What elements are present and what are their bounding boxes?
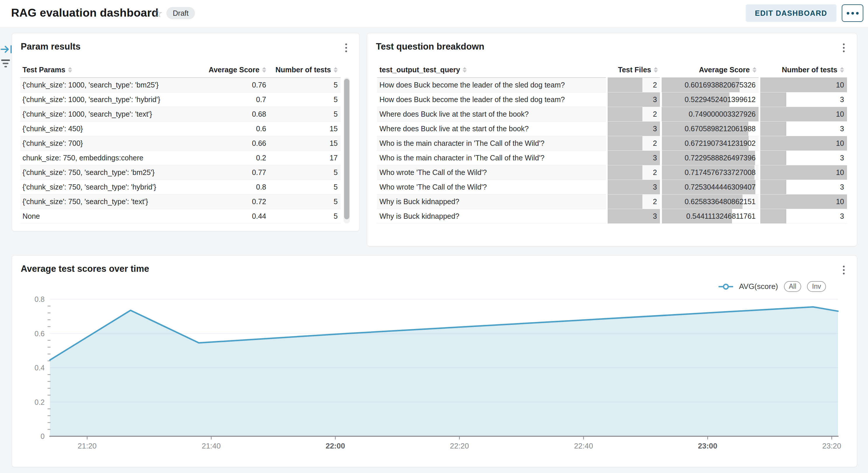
- table-cell: 0.72: [203, 194, 269, 209]
- table-cell: Where does Buck live at the start of the…: [377, 121, 607, 136]
- param-results-table: Test Params Average Score Number of test…: [20, 62, 341, 224]
- table-cell: 10: [760, 136, 847, 150]
- table-row[interactable]: Who is the main character in 'The Call o…: [377, 136, 847, 150]
- table-row[interactable]: {'chunk_size': 450}0.615: [20, 121, 341, 136]
- sort-icon: [654, 67, 658, 73]
- table-cell: 3: [607, 180, 661, 194]
- topbar-actions: EDIT DASHBOARD: [746, 4, 863, 22]
- table-cell: 10: [760, 194, 847, 209]
- table-row[interactable]: Why is Buck kidnapped?30.544111324681176…: [377, 209, 847, 224]
- more-options-button[interactable]: [842, 4, 863, 22]
- table-cell: {'chunk_size': 750, 'search_type': 'hybr…: [20, 180, 203, 194]
- column-header-number-of-tests[interactable]: Number of tests: [760, 62, 847, 77]
- star-icon[interactable]: ☆: [153, 7, 162, 20]
- table-row[interactable]: {'chunk_size': 1000, 'search_type': 'hyb…: [20, 92, 341, 107]
- table-cell: 10: [760, 107, 847, 121]
- edit-dashboard-button[interactable]: EDIT DASHBOARD: [746, 4, 836, 22]
- kebab-menu-icon[interactable]: [839, 41, 849, 54]
- table-row[interactable]: How does Buck become the leader of the s…: [377, 77, 847, 92]
- table-row[interactable]: Why is Buck kidnapped?20.625833648086215…: [377, 194, 847, 209]
- table-cell: 0.749000003327926: [661, 107, 760, 121]
- column-header-test-files[interactable]: Test Files: [607, 62, 661, 77]
- table-cell: 0.7174576733727008: [661, 165, 760, 180]
- table-cell: 10: [760, 77, 847, 92]
- table-cell: 0.6016938820675326: [661, 77, 760, 92]
- svg-text:22:20: 22:20: [450, 441, 469, 450]
- table-cell: 2: [607, 194, 661, 209]
- table-row[interactable]: {'chunk_size': 1000, 'search_type': 'tex…: [20, 107, 341, 121]
- table-scrollbar[interactable]: [343, 77, 350, 224]
- table-cell: 0.6: [203, 121, 269, 136]
- table-row[interactable]: Who wrote 'The Call of the Wild'?30.7253…: [377, 180, 847, 194]
- table-cell: Where does Buck live at the start of the…: [377, 107, 607, 121]
- table-cell: 15: [269, 136, 341, 150]
- svg-text:23:00: 23:00: [698, 441, 717, 450]
- table-cell: 5: [269, 165, 341, 180]
- svg-text:0: 0: [40, 432, 45, 440]
- question-breakdown-table: test_output_test_query Test Files Averag…: [377, 62, 847, 224]
- table-cell: 3: [760, 180, 847, 194]
- table-cell: 5: [269, 92, 341, 107]
- svg-text:0.6: 0.6: [34, 330, 45, 338]
- table-cell: {'chunk_size': 450}: [20, 121, 203, 136]
- line-chart[interactable]: 00.20.40.60.821:2021:4022:0022:2022:4023…: [12, 256, 858, 468]
- svg-text:0.4: 0.4: [34, 364, 45, 372]
- column-header-test-params[interactable]: Test Params: [20, 62, 203, 77]
- table-cell: {'chunk_size': 750, 'search_type': 'text…: [20, 194, 203, 209]
- column-header-number-of-tests[interactable]: Number of tests: [269, 62, 341, 77]
- table-row[interactable]: {'chunk_size': 1000, 'search_type': 'bm2…: [20, 77, 341, 92]
- chart-card: Average test scores over time AVG(score)…: [12, 255, 857, 467]
- collapse-panel-icon[interactable]: [1, 45, 13, 55]
- card-title: Param results: [21, 41, 81, 52]
- table-row[interactable]: {'chunk_size': 750, 'search_type': 'bm25…: [20, 165, 341, 180]
- table-header-row: Test Params Average Score Number of test…: [20, 62, 341, 77]
- table-cell: 3: [607, 121, 661, 136]
- card-title: Test question breakdown: [376, 41, 484, 52]
- table-cell: 0.68: [203, 107, 269, 121]
- column-header-test-query[interactable]: test_output_test_query: [377, 62, 607, 77]
- top-bar: RAG evaluation dashboard ☆ Draft EDIT DA…: [0, 0, 868, 27]
- kebab-menu-icon[interactable]: [341, 41, 351, 54]
- table-cell: How does Buck become the leader of the s…: [377, 92, 607, 107]
- table-cell: {'chunk_size': 700}: [20, 136, 203, 150]
- column-header-average-score[interactable]: Average Score: [661, 62, 760, 77]
- table-cell: 0.6721907341231902: [661, 136, 760, 150]
- page-title: RAG evaluation dashboard: [11, 6, 158, 19]
- table-row[interactable]: {'chunk_size': 700}0.6615: [20, 136, 341, 150]
- table-cell: 3: [607, 209, 661, 224]
- table-cell: {'chunk_size': 750, 'search_type': 'bm25…: [20, 165, 203, 180]
- column-header-average-score[interactable]: Average Score: [203, 62, 269, 77]
- table-cell: 3: [607, 150, 661, 165]
- table-row[interactable]: {'chunk_size': 750, 'search_type': 'text…: [20, 194, 341, 209]
- table-cell: 0.7229588826497396: [661, 150, 760, 165]
- table-cell: 2: [607, 107, 661, 121]
- table-row[interactable]: How does Buck become the leader of the s…: [377, 92, 847, 107]
- sort-icon: [840, 67, 844, 73]
- table-cell: 5: [269, 194, 341, 209]
- table-row[interactable]: chunk_size: 750, embeddings:cohere0.217: [20, 150, 341, 165]
- table-cell: chunk_size: 750, embeddings:cohere: [20, 150, 203, 165]
- table-cell: 0.77: [203, 165, 269, 180]
- svg-text:0.2: 0.2: [34, 398, 45, 406]
- table-cell: {'chunk_size': 1000, 'search_type': 'tex…: [20, 107, 203, 121]
- table-cell: 2: [607, 136, 661, 150]
- table-row[interactable]: Who wrote 'The Call of the Wild'?20.7174…: [377, 165, 847, 180]
- status-badge: Draft: [166, 7, 195, 19]
- svg-text:0.8: 0.8: [34, 295, 45, 303]
- table-cell: 5: [269, 209, 341, 224]
- table-row[interactable]: Where does Buck live at the start of the…: [377, 121, 847, 136]
- param-results-card: Param results Test Params Average Score …: [12, 33, 360, 231]
- table-row[interactable]: Where does Buck live at the start of the…: [377, 107, 847, 121]
- filter-icon[interactable]: [1, 59, 11, 70]
- table-row[interactable]: None0.445: [20, 209, 341, 224]
- table-cell: 3: [607, 92, 661, 107]
- table-cell: 0.66: [203, 136, 269, 150]
- table-cell: 0.5229452401399612: [661, 92, 760, 107]
- table-row[interactable]: {'chunk_size': 750, 'search_type': 'hybr…: [20, 180, 341, 194]
- table-cell: 0.76: [203, 77, 269, 92]
- table-header-row: test_output_test_query Test Files Averag…: [377, 62, 847, 77]
- table-cell: 3: [760, 92, 847, 107]
- table-cell: {'chunk_size': 1000, 'search_type': 'hyb…: [20, 92, 203, 107]
- table-row[interactable]: Who is the main character in 'The Call o…: [377, 150, 847, 165]
- svg-text:21:20: 21:20: [78, 441, 97, 450]
